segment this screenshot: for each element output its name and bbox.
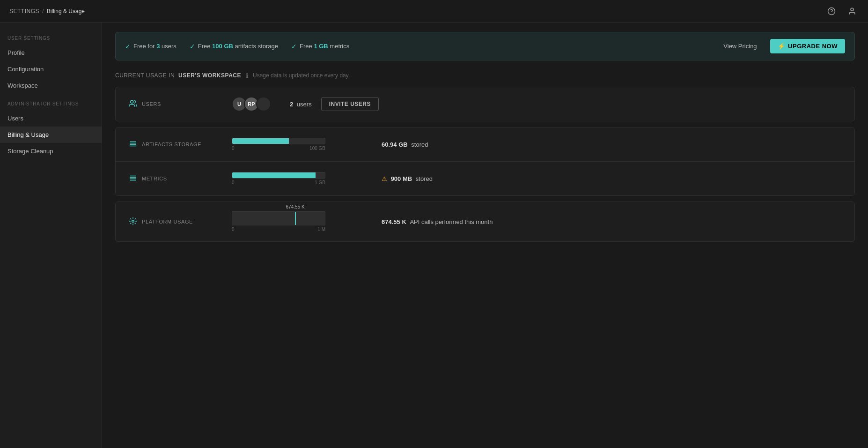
- artifacts-storage-progress: 0 100 GB: [232, 138, 353, 151]
- feature-storage-text: Free 100 GB artifacts storage: [198, 43, 278, 50]
- svg-point-2: [851, 8, 853, 11]
- sidebar-item-profile[interactable]: Profile: [0, 45, 102, 61]
- platform-usage-card: PLATFORM USAGE 674.55 K 0 1 M 674.55: [115, 202, 855, 242]
- admin-settings-section-label: ADMINISTRATOR SETTINGS: [0, 101, 102, 110]
- sidebar-item-label-workspace: Workspace: [7, 82, 38, 89]
- feature-users-text: Free for 3 users: [133, 43, 177, 50]
- artifacts-storage-label: ARTIFACTS STORAGE: [129, 140, 232, 149]
- users-count: 2 users: [290, 101, 312, 108]
- user-profile-icon[interactable]: [846, 5, 859, 18]
- storage-metrics-group: ARTIFACTS STORAGE 0 100 GB 60.94: [115, 127, 855, 196]
- user-settings-section-label: USER SETTINGS: [0, 36, 102, 45]
- breadcrumb-separator: /: [42, 7, 44, 15]
- sidebar-item-label-billing: Billing & Usage: [7, 131, 49, 138]
- metrics-card: METRICS 0 1 GB ⚠: [116, 161, 854, 195]
- users-count-info: 2 users INVITE USERS: [271, 97, 841, 111]
- sidebar-item-users[interactable]: Users: [0, 110, 102, 127]
- current-page-label: Billing & Usage: [47, 8, 85, 15]
- avatar-extra: [256, 97, 271, 112]
- usage-note: Usage data is updated once every day.: [253, 72, 350, 79]
- upgrade-icon: ⚡: [778, 43, 786, 50]
- usage-title: CURRENT USAGE IN User's workspace: [115, 72, 241, 79]
- sidebar-item-billing[interactable]: Billing & Usage: [0, 127, 102, 143]
- sidebar-item-configuration[interactable]: Configuration: [0, 61, 102, 77]
- check-icon-metrics: ✓: [291, 43, 297, 50]
- platform-usage-label: PLATFORM USAGE: [129, 217, 232, 226]
- header-icons: [825, 5, 859, 18]
- artifacts-storage-card: ARTIFACTS STORAGE 0 100 GB 60.94: [116, 127, 854, 161]
- svg-point-12: [132, 220, 134, 223]
- warning-icon: ⚠: [382, 175, 387, 182]
- plan-actions: View Pricing ⚡ UPGRADE NOW: [718, 39, 845, 53]
- metrics-icon: [129, 174, 137, 183]
- user-avatars: U RP: [232, 97, 271, 112]
- plan-banner: ✓ Free for 3 users ✓ Free 100 GB artifac…: [115, 32, 855, 60]
- artifacts-storage-info: 60.94 GB stored: [353, 141, 841, 148]
- breadcrumb: SETTINGS / Billing & Usage: [9, 7, 85, 15]
- metrics-label: METRICS: [129, 174, 232, 183]
- sidebar-item-label-storage-cleanup: Storage Cleanup: [7, 148, 53, 155]
- feature-users: ✓ Free for 3 users: [125, 43, 177, 50]
- feature-metrics: ✓ Free 1 GB metrics: [291, 43, 349, 50]
- settings-breadcrumb-link[interactable]: SETTINGS: [9, 8, 39, 15]
- users-card-label: USERS: [129, 99, 232, 109]
- svg-point-3: [131, 100, 133, 103]
- view-pricing-button[interactable]: View Pricing: [718, 39, 762, 53]
- invite-users-button[interactable]: INVITE USERS: [321, 97, 379, 111]
- main-content: ✓ Free for 3 users ✓ Free 100 GB artifac…: [102, 22, 868, 448]
- sidebar-item-label-users: Users: [7, 115, 23, 122]
- info-tooltip-icon[interactable]: ℹ: [246, 72, 248, 79]
- usage-section-header: CURRENT USAGE IN User's workspace ℹ Usag…: [115, 72, 855, 79]
- top-header: SETTINGS / Billing & Usage: [0, 0, 868, 22]
- platform-usage-visual: 674.55 K 0 1 M: [232, 211, 353, 232]
- upgrade-now-button[interactable]: ⚡ UPGRADE NOW: [770, 39, 845, 53]
- main-layout: USER SETTINGS Profile Configuration Work…: [0, 22, 868, 448]
- sidebar-item-label-profile: Profile: [7, 49, 25, 56]
- metrics-info: ⚠ 900 MB stored: [353, 175, 841, 182]
- sidebar-item-label-configuration: Configuration: [7, 66, 44, 73]
- platform-marker-label: 674.55 K: [286, 204, 305, 209]
- sidebar: USER SETTINGS Profile Configuration Work…: [0, 22, 102, 448]
- sidebar-item-workspace[interactable]: Workspace: [0, 77, 102, 94]
- users-card: USERS U RP 2 users INVITE USERS: [115, 87, 855, 121]
- platform-usage-icon: [129, 217, 137, 226]
- help-icon[interactable]: [825, 5, 838, 18]
- platform-usage-info: 674.55 K API calls performed this month: [353, 218, 841, 225]
- check-icon-storage: ✓: [190, 43, 195, 50]
- plan-features: ✓ Free for 3 users ✓ Free 100 GB artifac…: [125, 43, 349, 50]
- feature-metrics-text: Free 1 GB metrics: [300, 43, 349, 50]
- artifacts-storage-icon: [129, 140, 137, 149]
- users-icon: [129, 99, 137, 109]
- feature-storage: ✓ Free 100 GB artifacts storage: [190, 43, 278, 50]
- metrics-progress: 0 1 GB: [232, 172, 353, 185]
- check-icon-users: ✓: [125, 43, 131, 50]
- sidebar-item-storage-cleanup[interactable]: Storage Cleanup: [0, 143, 102, 159]
